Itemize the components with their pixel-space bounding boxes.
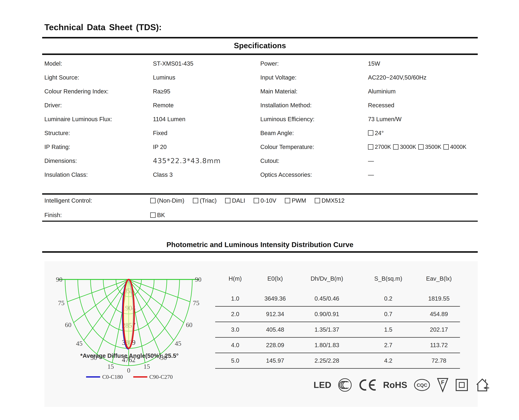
- finish-label: Finish:: [44, 212, 62, 218]
- chart-legend: C0-C180 C90-C270: [49, 374, 210, 380]
- colour-temp-checkbox[interactable]: [443, 144, 449, 150]
- control-checkbox[interactable]: [254, 198, 259, 203]
- intelligent-control-label: Intelligent Control:: [44, 197, 92, 204]
- spec-label: Light Source:: [44, 74, 79, 81]
- table-header-row: H(m) E0(lx) Dh/Dv_B(m) S_B(sq.m) Eav_B(l…: [215, 273, 460, 284]
- table-cell: 202.17: [418, 326, 460, 333]
- colour-temp-label: 3000K: [400, 144, 416, 150]
- table-row: 1.0 3649.36 0.45/0.46 0.2 1819.55: [215, 291, 460, 307]
- colour-temp-option: 3000K: [393, 144, 416, 150]
- colour-temp-checkbox[interactable]: [418, 144, 424, 150]
- divider: [42, 53, 478, 55]
- spec-label: Main Material:: [260, 88, 298, 95]
- spec-value: 1104 Lumen: [153, 116, 185, 122]
- colour-temp-option: 3500K: [418, 144, 441, 150]
- table-cell: 1.35/1.37: [295, 326, 359, 333]
- angle-label: 60: [186, 321, 192, 329]
- angle-label: 15: [107, 363, 114, 370]
- angle-label: 75: [58, 300, 64, 307]
- spec-row: Insulation Class: Class 3 Optics Accesso…: [0, 168, 519, 182]
- spec-label: Dimensions:: [44, 158, 77, 164]
- colour-temp-label: 2700K: [375, 144, 391, 150]
- certification-marks: LED RoHS CQC F: [313, 377, 490, 393]
- column-header: Dh/Dv_B(m): [295, 275, 359, 282]
- polar-intensity-chart: 952 1904 2857 3809 4762 90 90 75 75 60 6…: [49, 265, 210, 379]
- table-cell: 2.0: [215, 311, 255, 317]
- table-cell: 113.72: [418, 342, 460, 348]
- angle-label: 45: [175, 340, 181, 347]
- spec-value: Class 3: [153, 172, 173, 178]
- spec-label: Beam Angle:: [260, 130, 294, 136]
- control-checkbox[interactable]: [285, 198, 290, 203]
- spec-value: ST-XMS01-435: [153, 60, 193, 67]
- column-header: S_B(sq.m): [359, 275, 418, 282]
- legend-line-blue-icon: [86, 376, 100, 378]
- table-row: 4.0 228.09 1.80/1.83 2.7 113.72: [215, 338, 460, 353]
- table-cell: 405.48: [255, 326, 295, 333]
- control-option: DALI: [225, 197, 245, 204]
- colour-temp-checkbox[interactable]: [393, 144, 398, 150]
- spec-value: Luminus: [153, 74, 175, 81]
- control-option-label: 0-10V: [260, 197, 276, 204]
- spec-row: IP Rating: IP 20 Colour Temperature: 270…: [0, 140, 519, 154]
- control-checkbox[interactable]: [225, 198, 230, 203]
- table-cell: 4.0: [215, 342, 255, 348]
- finish-option: BK: [150, 212, 165, 218]
- spec-label: Insulation Class:: [44, 172, 88, 178]
- colour-temp-checkbox[interactable]: [368, 144, 373, 150]
- control-checkbox[interactable]: [315, 198, 320, 203]
- colour-temp-label: 3500K: [425, 144, 441, 150]
- colour-temperature-options: 2700K 3000K 3500K 4000K: [368, 144, 466, 150]
- control-option-label: (Triac): [200, 197, 217, 204]
- spec-row: Model: ST-XMS01-435 Power: 15W: [0, 57, 519, 70]
- table-cell: 0.2: [359, 295, 418, 302]
- photometric-table: H(m) E0(lx) Dh/Dv_B(m) S_B(sq.m) Eav_B(l…: [215, 273, 460, 369]
- angle-label: 90: [56, 276, 62, 283]
- specifications-heading: Specifications: [42, 41, 478, 50]
- ce-icon: [359, 379, 377, 391]
- table-cell: 3.0: [215, 326, 255, 333]
- angle-label: 60: [65, 321, 71, 329]
- spec-value: Fixed: [153, 130, 168, 136]
- spec-row: Light Source: Luminus Input Voltage: AC2…: [0, 70, 519, 84]
- angle-label: 90: [195, 276, 201, 283]
- legend-label: C0-C180: [102, 374, 123, 380]
- angle-label: 0: [127, 367, 130, 374]
- column-header: H(m): [215, 275, 255, 282]
- control-checkbox[interactable]: [150, 198, 156, 203]
- diffuse-angle-note: *Average Diffuse Angle(50%): 25.5°: [49, 352, 210, 359]
- table-cell: 145.97: [255, 357, 295, 364]
- colour-temp-option: 2700K: [368, 144, 391, 150]
- angle-label: 45: [76, 340, 83, 347]
- table-cell: 2.25/2.28: [295, 357, 359, 364]
- control-checkbox[interactable]: [193, 198, 198, 203]
- f-mark-icon: F: [437, 378, 449, 392]
- spec-row: Dimensions: 435*22.3*43.8mm Cutout: —: [0, 154, 519, 168]
- colour-temp-label: 4000K: [450, 144, 466, 150]
- table-cell: 0.90/0.91: [295, 311, 359, 317]
- angle-label: 75: [193, 300, 199, 307]
- table-cell: 1.5: [359, 326, 418, 333]
- finish-checkbox[interactable]: [150, 212, 156, 218]
- spec-label: Luminaire Luminous Flux:: [44, 116, 112, 122]
- page-title: Technical Data Sheet (TDS):: [44, 22, 162, 32]
- table-cell: 1819.55: [418, 295, 460, 302]
- spec-label: Driver:: [44, 102, 62, 109]
- table-cell: 72.78: [418, 357, 460, 364]
- control-option: PWM: [285, 197, 306, 204]
- control-option-label: DALI: [232, 197, 245, 204]
- control-option: 0-10V: [254, 197, 276, 204]
- beam-angle-checkbox[interactable]: [368, 130, 373, 136]
- spec-label: Model:: [44, 60, 62, 67]
- spec-label: Colour Rendering Index:: [44, 88, 108, 95]
- spec-label: Colour Temperature:: [260, 144, 314, 150]
- table-cell: 4.2: [359, 357, 418, 364]
- colour-temp-option: 4000K: [443, 144, 466, 150]
- table-row: 2.0 912.34 0.90/0.91 0.7 454.89: [215, 307, 460, 322]
- legend-line-red-icon: [133, 376, 147, 378]
- f-label: F: [441, 379, 444, 385]
- spec-value: IP 20: [153, 144, 167, 150]
- table-cell: 2.7: [359, 342, 418, 348]
- beam-angle-value: 24°: [368, 130, 384, 136]
- spec-label: Input Voltage:: [260, 74, 297, 81]
